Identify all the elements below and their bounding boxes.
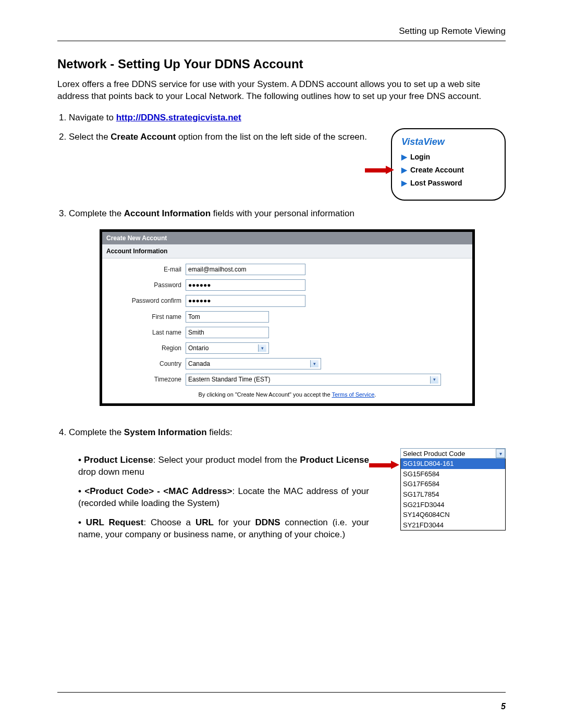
ddns-link[interactable]: http://DDNS.strategicvista.net [116,113,241,122]
page-title: Network - Setting Up Your DDNS Account [57,57,506,71]
product-code-option[interactable]: SG21FD3044 [401,500,505,510]
bullet-url-request: URL Request: Choose a URL for your DDNS … [78,517,369,541]
product-code-select[interactable]: Select Product Code ▾ [400,448,506,459]
intro-paragraph: Lorex offers a free DDNS service for use… [57,79,506,103]
product-code-options: SG19LD804-161 SG15F6584 SG17F6584 SG17L7… [400,459,506,530]
product-code-option[interactable]: SG17F6584 [401,479,505,489]
vistaview-menu: VistaView ▶Login ▶Create Account ▶Lost P… [391,128,506,201]
tos-text: By clicking on "Create New Account" you … [102,388,472,399]
label-password: Password [102,281,186,289]
product-code-option[interactable]: SG17L7854 [401,489,505,500]
product-code-option[interactable]: SG15F6584 [401,469,505,479]
bullet-product-license: Product License: Select your product mod… [78,454,369,478]
triangle-icon: ▶ [401,166,407,174]
chevron-down-icon: ▾ [258,344,266,352]
tos-suffix: . [374,391,376,398]
bullet-bold: Product License [84,455,153,465]
step-4-text-a: Complete the [69,427,124,437]
label-email: E-mail [102,265,186,274]
header-rule [57,41,506,41]
triangle-icon: ▶ [401,179,407,187]
pointer-arrow-icon [369,461,402,469]
region-value: Ontario [188,344,209,352]
bullet-text: : Select your product model from the [153,455,300,465]
form-section-header: Account Information [102,244,472,258]
bullet-bold: Product License [300,455,369,465]
tos-prefix: By clicking on "Create New Account" you … [199,391,332,398]
vistaview-item-create-account[interactable]: ▶Create Account [401,165,495,175]
bullet-product-code-mac: <Product Code> - <MAC Address>: Locate t… [78,486,369,510]
country-value: Canada [188,360,210,368]
bullet-text: drop down menu [78,467,144,477]
label-country: Country [102,360,186,368]
step-4-text-c: fields: [207,427,232,437]
bullet-bold: URL Request [86,517,144,527]
header-breadcrumb: Setting up Remote Viewing [57,26,506,36]
product-code-option[interactable]: SG19LD804-161 [401,459,505,469]
tos-link[interactable]: Terms of Service [332,391,374,398]
product-code-option[interactable]: SY21FD3044 [401,520,505,530]
bullet-bold: <Product Code> - <MAC Address> [84,486,232,496]
password-confirm-field[interactable]: ●●●●●● [186,295,305,306]
label-last-name: Last name [102,328,186,337]
vistaview-label: Lost Password [410,179,462,187]
vistaview-logo: VistaView [401,135,495,148]
chevron-down-icon: ▾ [310,360,319,367]
step-2: Select the Create Account option from th… [69,131,506,201]
vistaview-label: Login [410,153,430,161]
step-3-text-a: Complete the [69,208,124,218]
step-2-bold: Create Account [111,132,176,142]
page-number: 5 [501,702,506,711]
step-3-bold: Account Information [124,208,211,218]
bullet-bold: URL [195,517,214,527]
bullet-bold: DDNS [255,517,280,527]
step-2-text-a: Select the [69,132,111,142]
step-4: Complete the System Information fields: … [69,427,506,548]
label-first-name: First name [102,313,186,321]
create-account-form-screenshot: Create New Account Account Information E… [100,229,475,406]
step-2-text-c: option from the list on the left side of… [176,132,367,142]
label-region: Region [102,344,186,352]
product-code-placeholder: Select Product Code [403,449,465,459]
email-field[interactable]: email@mailhost.com [186,264,305,275]
first-name-field[interactable]: Tom [186,311,269,323]
vistaview-item-lost-password[interactable]: ▶Lost Password [401,178,495,188]
step-1-text: Navigate to [69,113,116,122]
step-3: Complete the Account Information fields … [69,208,506,406]
chevron-down-icon: ▾ [496,449,505,458]
footer-rule [57,692,506,693]
product-code-dropdown-screenshot: Select Product Code ▾ SG19LD804-161 SG15… [400,448,506,530]
triangle-icon: ▶ [401,153,407,161]
bullet-text: for your [214,517,255,527]
product-code-option[interactable]: SY14Q6084CN [401,510,505,520]
timezone-select[interactable]: Eastern Standard Time (EST)▾ [186,374,441,385]
country-select[interactable]: Canada▾ [186,358,321,369]
chevron-down-icon: ▾ [430,376,438,384]
vistaview-item-login[interactable]: ▶Login [401,152,495,162]
timezone-value: Eastern Standard Time (EST) [188,375,270,384]
vistaview-label: Create Account [410,166,464,174]
label-password-confirm: Password confirm [102,297,186,305]
form-titlebar: Create New Account [102,232,472,244]
region-select[interactable]: Ontario▾ [186,342,269,354]
bullet-text: : Choose a [143,517,195,527]
pointer-arrow-icon [365,166,397,174]
last-name-field[interactable]: Smith [186,327,269,338]
step-1: Navigate to http://DDNS.strategicvista.n… [69,112,506,124]
password-field[interactable]: ●●●●●● [186,279,305,291]
label-timezone: Timezone [102,375,186,384]
step-3-text-c: fields with your personal information [211,208,354,218]
step-4-bold: System Information [124,427,207,437]
